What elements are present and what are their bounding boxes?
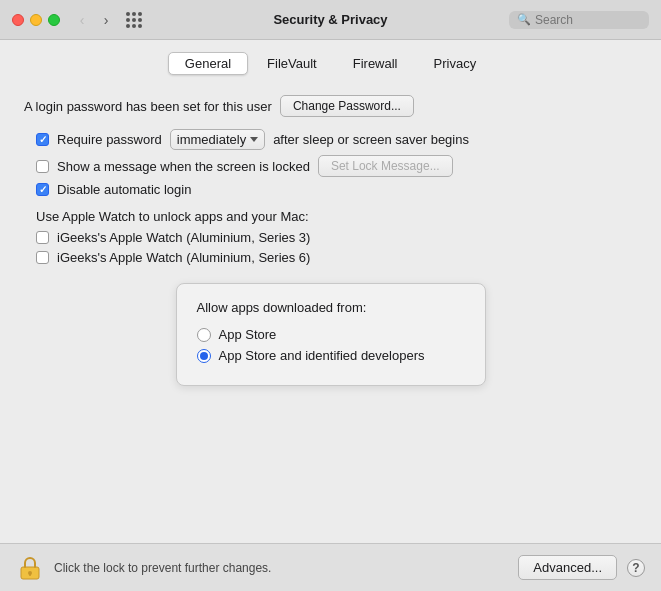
tab-filevault[interactable]: FileVault [250, 52, 334, 75]
search-input[interactable] [535, 13, 641, 27]
disable-login-row: Disable automatic login [36, 182, 637, 197]
minimize-button[interactable] [30, 14, 42, 26]
set-lock-message-button[interactable]: Set Lock Message... [318, 155, 453, 177]
app-store-identified-row[interactable]: App Store and identified developers [197, 348, 465, 363]
app-store-identified-label: App Store and identified developers [219, 348, 425, 363]
bottom-bar: Click the lock to prevent further change… [0, 543, 661, 591]
require-password-row: Require password immediately after sleep… [36, 129, 637, 150]
tabs: General FileVault Firewall Privacy [0, 40, 661, 85]
apple-watch-series6-row: iGeeks's Apple Watch (Aluminium, Series … [36, 250, 637, 265]
tab-general[interactable]: General [168, 52, 248, 75]
content-area: A login password has been set for this u… [0, 85, 661, 386]
allow-apps-panel: Allow apps downloaded from: App Store Ap… [176, 283, 486, 386]
tab-privacy[interactable]: Privacy [417, 52, 494, 75]
titlebar: ‹ › Security & Privacy 🔍 [0, 0, 661, 40]
apple-watch-series3-checkbox[interactable] [36, 231, 49, 244]
change-password-button[interactable]: Change Password... [280, 95, 414, 117]
back-button[interactable]: ‹ [72, 10, 92, 30]
search-icon: 🔍 [517, 13, 531, 26]
apple-watch-series6-checkbox[interactable] [36, 251, 49, 264]
show-message-checkbox[interactable] [36, 160, 49, 173]
lock-text: Click the lock to prevent further change… [54, 561, 508, 575]
require-password-checkbox[interactable] [36, 133, 49, 146]
immediately-value: immediately [177, 132, 246, 147]
login-password-row: A login password has been set for this u… [24, 95, 637, 117]
close-button[interactable] [12, 14, 24, 26]
app-grid-icon[interactable] [126, 12, 142, 28]
login-password-text: A login password has been set for this u… [24, 99, 272, 114]
disable-login-checkbox[interactable] [36, 183, 49, 196]
svg-rect-2 [29, 573, 31, 576]
apple-watch-series3-row: iGeeks's Apple Watch (Aluminium, Series … [36, 230, 637, 245]
lock-icon[interactable] [16, 554, 44, 582]
apple-watch-label: Use Apple Watch to unlock apps and your … [36, 209, 637, 224]
search-bar[interactable]: 🔍 [509, 11, 649, 29]
app-store-only-row[interactable]: App Store [197, 327, 465, 342]
after-sleep-text: after sleep or screen saver begins [273, 132, 469, 147]
apple-watch-series3-label: iGeeks's Apple Watch (Aluminium, Series … [57, 230, 310, 245]
app-store-only-label: App Store [219, 327, 277, 342]
window-title: Security & Privacy [273, 12, 387, 27]
require-password-label: Require password [57, 132, 162, 147]
maximize-button[interactable] [48, 14, 60, 26]
advanced-button[interactable]: Advanced... [518, 555, 617, 580]
forward-button[interactable]: › [96, 10, 116, 30]
apple-watch-series6-label: iGeeks's Apple Watch (Aluminium, Series … [57, 250, 310, 265]
dropdown-arrow-icon [250, 137, 258, 142]
show-message-row: Show a message when the screen is locked… [36, 155, 637, 177]
help-button[interactable]: ? [627, 559, 645, 577]
disable-login-label: Disable automatic login [57, 182, 191, 197]
tab-firewall[interactable]: Firewall [336, 52, 415, 75]
traffic-lights [12, 14, 60, 26]
app-store-only-radio[interactable] [197, 328, 211, 342]
immediately-dropdown[interactable]: immediately [170, 129, 265, 150]
app-store-identified-radio[interactable] [197, 349, 211, 363]
allow-apps-title: Allow apps downloaded from: [197, 300, 465, 315]
show-message-label: Show a message when the screen is locked [57, 159, 310, 174]
nav-buttons: ‹ › [72, 10, 116, 30]
